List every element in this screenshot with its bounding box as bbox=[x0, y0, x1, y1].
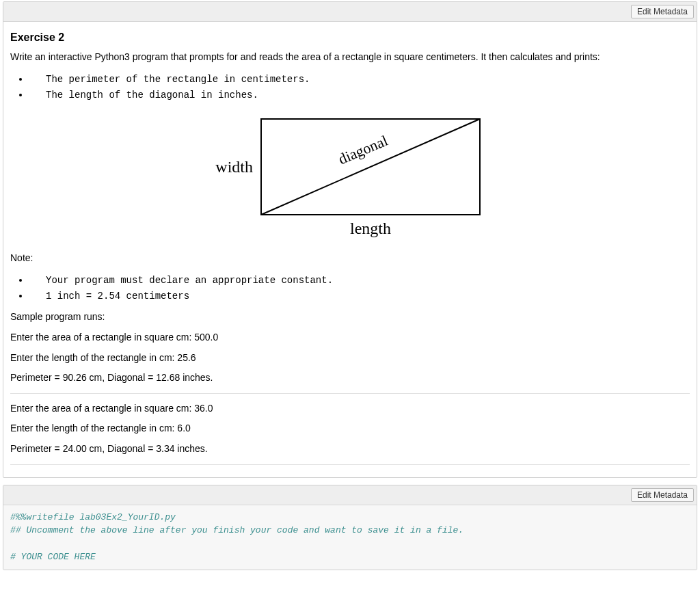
code-line: # YOUR CODE HERE bbox=[10, 552, 96, 562]
sample-run-line: Enter the area of a rectangle in square … bbox=[10, 402, 690, 416]
cell-toolbar: Edit Metadata bbox=[3, 2, 697, 22]
exercise-title: Exercise 2 bbox=[10, 31, 690, 44]
divider bbox=[10, 464, 690, 465]
sample-run-line: Perimeter = 24.00 cm, Diagonal = 3.34 in… bbox=[10, 442, 690, 456]
markdown-cell: Edit Metadata Exercise 2 Write an intera… bbox=[3, 1, 697, 478]
code-line: #%%writefile lab03Ex2_YourID.py bbox=[10, 512, 176, 522]
sample-run-line: Enter the area of a rectangle in square … bbox=[10, 331, 690, 345]
diagram-width-label: width bbox=[215, 158, 253, 176]
code-cell: Edit Metadata #%%writefile lab03Ex2_Your… bbox=[3, 485, 697, 570]
sample-runs-heading: Sample program runs: bbox=[10, 310, 690, 324]
exercise-intro: Write an interactive Python3 program tha… bbox=[10, 51, 690, 64]
code-editor[interactable]: #%%writefile lab03Ex2_YourID.py ## Uncom… bbox=[3, 505, 697, 570]
note-list: Your program must declare an appropriate… bbox=[10, 272, 690, 304]
sample-run-line: Perimeter = 90.26 cm, Diagonal = 12.68 i… bbox=[10, 371, 690, 385]
edit-metadata-button[interactable]: Edit Metadata bbox=[631, 488, 694, 502]
note-item: 1 inch = 2.54 centimeters bbox=[29, 288, 690, 304]
task-item: The perimeter of the rectangle in centim… bbox=[29, 71, 690, 87]
sample-run-line: Enter the length of the rectangle in cm:… bbox=[10, 351, 690, 365]
task-item: The length of the diagonal in inches. bbox=[29, 87, 690, 103]
sample-run-line: Enter the length of the rectangle in cm:… bbox=[10, 422, 690, 436]
edit-metadata-button[interactable]: Edit Metadata bbox=[631, 5, 694, 18]
note-heading: Note: bbox=[10, 252, 690, 265]
svg-line-1 bbox=[261, 119, 480, 215]
diagram-length-label: length bbox=[350, 219, 391, 237]
rectangle-diagram-svg: width length diagonal bbox=[213, 112, 487, 242]
divider bbox=[10, 393, 690, 394]
note-item: Your program must declare an appropriate… bbox=[29, 272, 690, 288]
markdown-cell-body: Exercise 2 Write an interactive Python3 … bbox=[3, 22, 697, 477]
cell-toolbar: Edit Metadata bbox=[3, 485, 697, 505]
code-line: ## Uncomment the above line after you fi… bbox=[10, 525, 463, 535]
task-list: The perimeter of the rectangle in centim… bbox=[10, 71, 690, 103]
rectangle-diagram: width length diagonal bbox=[10, 112, 690, 242]
